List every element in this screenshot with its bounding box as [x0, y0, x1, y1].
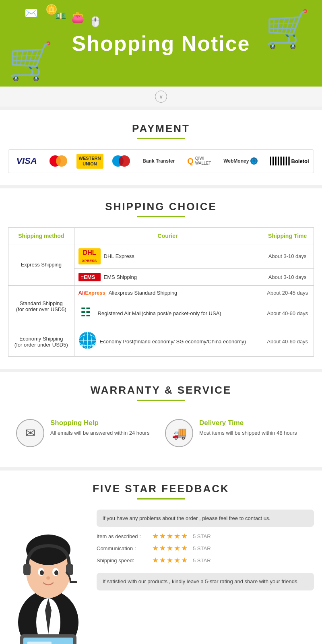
rating-text-description: 5 STAR [193, 533, 211, 539]
page-title: Shopping Notice [72, 31, 250, 56]
payment-section: PAYMENT VISA WESTERNUNION Bank Transfer … [0, 110, 322, 185]
scroll-down-icon: ∨ [155, 91, 167, 103]
speech-bubble-top: if you have any problems about the order… [97, 510, 314, 527]
warranty-shopping-text: Shopping Help All emails will be answere… [50, 419, 149, 437]
rating-text-communication: 5 STAR [193, 545, 211, 551]
svg-rect-23 [27, 642, 52, 644]
chinapost-logo: ☷ [78, 304, 95, 323]
bank-transfer-logo: Bank Transfer [139, 157, 178, 165]
qiwi-logo: Q QIWIWALLET [187, 156, 211, 166]
stars-communication: ★ ★ ★ ★ ★ [152, 544, 188, 553]
time-chinapost: About 40-60 days [261, 300, 314, 327]
payment-underline [137, 138, 185, 139]
warranty-card-delivery: 🚚 Delivery Time Most items will be shipp… [165, 419, 306, 447]
scroll-indicator: ∨ [0, 87, 322, 107]
table-row: Economy Shipping(for order under USD5) [8, 327, 314, 356]
courier-aliexpress: AliExpress Aliexpress Standard Shipping [74, 285, 261, 300]
method-economy: Economy Shipping(for order under USD5) [8, 327, 74, 356]
time-dhl: About 3-10 days [261, 244, 314, 268]
rating-label-description: Item as described : [97, 533, 149, 539]
western-union-logo: WESTERNUNION [76, 154, 103, 169]
rating-label-shipping: Shipping speed: [97, 557, 149, 564]
speech-bubble-bottom: If satisfied with our products , kindly … [97, 573, 314, 590]
rating-row-description: Item as described : ★ ★ ★ ★ ★ 5 STAR [97, 532, 314, 541]
time-ems: About 3-10 days [261, 268, 314, 285]
warranty-delivery-desc: Most items will be shipped within 48 hou… [199, 429, 297, 437]
cart-icon-right: 🛒 [265, 8, 310, 50]
svg-rect-18 [23, 564, 31, 575]
warranty-title: WARRANTY & SERVICE [8, 384, 314, 396]
courier-ems: ≡EMS EMS Shipping [74, 268, 261, 285]
svg-point-16 [54, 570, 58, 575]
person-illustration [8, 510, 89, 644]
rating-row-shipping: Shipping speed: ★ ★ ★ ★ ★ 5 STAR [97, 556, 314, 565]
payment-logos-container: VISA WESTERNUNION Bank Transfer Q QIWIWA… [8, 149, 314, 173]
payment-title: PAYMENT [8, 122, 314, 135]
header-banner: 🛒 ✉️ 🪙 💵 👛 🖱️ Shopping Notice 🛒 [0, 0, 322, 87]
truck-icon: 🚚 [165, 419, 193, 447]
table-row: Express Shipping DHLXPRESS DHL Express A… [8, 244, 314, 268]
webmoney-logo: WebMoney 🌐 [220, 156, 260, 166]
method-standard: Standard Shipping(for order over USD5) [8, 285, 74, 327]
cart-icon-left: 🛒 [8, 40, 53, 83]
maestro-logo [112, 155, 130, 167]
rating-row-communication: Communication : ★ ★ ★ ★ ★ 5 STAR [97, 544, 314, 553]
ems-logo: ≡EMS [78, 273, 101, 281]
warranty-cards: ✉ Shopping Help All emails will be answe… [8, 411, 314, 455]
feedback-title: FIVE STAR FEEDBACK [8, 483, 314, 495]
shipping-title: SHIPPING CHOICE [8, 200, 314, 213]
dhl-logo: DHLXPRESS [78, 248, 101, 264]
method-express: Express Shipping [8, 244, 74, 285]
shipping-table: Shipping method Courier Shipping Time Ex… [8, 227, 314, 357]
boleto-logo: Boletol [270, 157, 309, 165]
th-method: Shipping method [8, 227, 74, 244]
feedback-content: if you have any problems about the order… [8, 510, 314, 644]
warranty-section: WARRANTY & SERVICE ✉ Shopping Help All e… [0, 372, 322, 467]
un-logo [78, 331, 97, 352]
svg-rect-20 [72, 581, 77, 583]
feedback-underline [137, 498, 185, 500]
svg-point-17 [46, 576, 50, 580]
th-courier: Courier [74, 227, 261, 244]
rating-label-communication: Communication : [97, 545, 149, 551]
time-aliexpress: About 20-45 days [261, 285, 314, 300]
warranty-card-shopping: ✉ Shopping Help All emails will be answe… [16, 419, 157, 447]
courier-chinapost: ☷ Registered Air Mail(china post/e packe… [74, 300, 261, 327]
svg-text:☷: ☷ [80, 306, 91, 319]
shipping-section: SHIPPING CHOICE Shipping method Courier … [0, 188, 322, 369]
courier-economy: Economy Post(finland economy/ SG economy… [74, 327, 261, 356]
aliexpress-logo: AliExpress [78, 290, 105, 296]
time-economy: About 40-60 days [261, 327, 314, 356]
warranty-shopping-desc: All emails will be answered within 24 ho… [50, 429, 149, 437]
warranty-delivery-title: Delivery Time [199, 419, 297, 427]
table-row: Standard Shipping(for order over USD5) A… [8, 285, 314, 300]
visa-logo: VISA [13, 154, 40, 168]
courier-dhl: DHLXPRESS DHL Express [74, 244, 261, 268]
warranty-delivery-text: Delivery Time Most items will be shipped… [199, 419, 297, 437]
stars-shipping: ★ ★ ★ ★ ★ [152, 556, 188, 565]
th-time: Shipping Time [261, 227, 314, 244]
rating-text-shipping: 5 STAR [193, 557, 211, 564]
feedback-section: FIVE STAR FEEDBACK [0, 471, 322, 644]
warranty-underline [137, 400, 185, 401]
stars-description: ★ ★ ★ ★ ★ [152, 532, 188, 541]
svg-point-15 [40, 570, 44, 575]
header-icons-left: ✉️ 🪙 💵 👛 🖱️ [24, 6, 99, 20]
ratings-table: Item as described : ★ ★ ★ ★ ★ 5 STAR Com… [97, 532, 314, 568]
mastercard-logo [50, 155, 67, 167]
email-icon: ✉ [16, 419, 44, 447]
feedback-right-panel: if you have any problems about the order… [97, 510, 314, 590]
shipping-underline [137, 216, 185, 217]
warranty-shopping-title: Shopping Help [50, 419, 149, 427]
